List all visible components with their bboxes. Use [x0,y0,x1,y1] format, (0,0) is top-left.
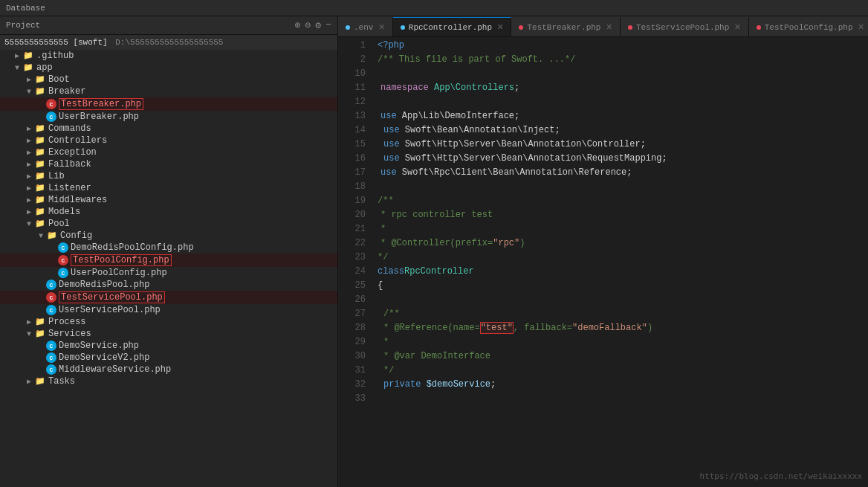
code-area[interactable]: <?php/** This file is part of Swoft. ...… [372,37,868,487]
tree-item-services[interactable]: ▼📁Services [0,328,337,340]
folder-icon-tasks: 📁 [34,376,46,387]
editor-area: .env×RpcController.php×TestBreaker.php×T… [338,16,868,487]
tool-settings[interactable]: ⚙ [315,19,321,31]
tree-item-demoredispoolconfig[interactable]: CDemoRedisPoolConfig.php [0,242,337,254]
code-line-11: namespace App\Controllers; [378,81,868,95]
folder-arrow-exception: ▶ [24,148,34,157]
tree-item-boot[interactable]: ▶📁Boot [0,74,337,86]
file-icon-demoservice: C [46,341,56,351]
tab-close-testpoolconfig[interactable]: × [858,22,864,33]
tree-item-userservicepool[interactable]: CUserServicePool.php [0,304,337,316]
tree-item-fallback[interactable]: ▶📁Fallback [0,158,337,170]
line-number-27: 27 [338,307,366,321]
tab-close-testservicepool[interactable]: × [734,22,740,33]
file-icon-testbreaker: C [46,99,56,109]
tree-item-middlewares[interactable]: ▶📁Middlewares [0,194,337,206]
tab-dot-testbreaker [519,25,523,30]
code-line-31: */ [378,364,868,378]
tree-item-lib[interactable]: ▶📁Lib [0,170,337,182]
tree-label-userbreaker: UserBreaker.php [59,112,139,122]
line-number-14: 14 [338,123,366,138]
scrollable-code[interactable]: 1210111213141516171819202122232425262728… [338,37,868,487]
tree-item-demoredispool[interactable]: CDemoRedisPool.php [0,279,337,291]
folder-icon-github: 📁 [22,51,34,61]
tree-label-services: Services [48,329,91,339]
tree-label-commands: Commands [48,123,91,134]
folder-arrow-models: ▶ [24,207,34,216]
code-line-10 [378,67,868,81]
line-number-20: 20 [338,208,366,222]
tree-item-controllers[interactable]: ▶📁Controllers [0,135,337,146]
folder-arrow-app: ▼ [12,64,22,72]
root-path: D:\5555555555555555555 [115,38,223,47]
sidebar: Project ⊕ ⊖ ⚙ − 5555555555555 [swoft] D:… [0,16,338,487]
file-icon-userservicepool: C [46,305,56,315]
editor-wrapper: 1210111213141516171819202122232425262728… [338,37,868,487]
tree-item-demoservicev2[interactable]: CDemoServiceV2.php [0,352,337,364]
tree-item-config[interactable]: ▼📁Config [0,230,337,242]
tab-testpoolconfig[interactable]: TestPoolConfig.php× [749,17,868,36]
tree-item-testservicepool[interactable]: CTestServicePool.php [0,291,337,304]
tree-item-github[interactable]: ▶📁.github [0,50,337,62]
line-number-22: 22 [338,236,366,251]
tab-close-rpccontroller[interactable]: × [497,22,503,33]
code-line-26 [378,293,868,307]
folder-icon-process: 📁 [34,317,46,327]
tree-label-listener: Listener [48,183,91,193]
tree-label-userservicepool: UserServicePool.php [59,305,161,315]
folder-icon-controllers: 📁 [34,135,46,146]
folder-arrow-breaker: ▼ [24,88,34,96]
folder-arrow-fallback: ▶ [24,160,34,169]
line-number-10: 10 [338,67,366,81]
tool-add[interactable]: ⊕ [295,19,301,31]
tool-minimize[interactable]: − [326,19,331,31]
tab-testbreaker[interactable]: TestBreaker.php× [511,17,620,36]
file-icon-testpoolconfig: C [58,255,68,265]
tree-item-exception[interactable]: ▶📁Exception [0,146,337,158]
tree-label-config: Config [60,230,92,241]
database-label: Database [6,4,45,13]
tree-label-models: Models [48,207,80,217]
tree-item-demoservice[interactable]: CDemoService.php [0,340,337,352]
code-line-30: * @var DemoInterface [378,349,868,364]
tree-item-models[interactable]: ▶📁Models [0,206,337,218]
tab-close-env[interactable]: × [378,22,384,33]
tab-dot-testpoolconfig [757,25,761,30]
folder-arrow-lib: ▶ [24,172,34,181]
tree-item-middlewareservice[interactable]: CMiddlewareService.php [0,364,337,375]
code-line-16: use Swoft\Http\Server\Bean\Annotation\Re… [378,152,868,166]
tree-item-process[interactable]: ▶📁Process [0,316,337,328]
line-number-23: 23 [338,251,366,265]
tree-item-app[interactable]: ▼📁app [0,62,337,74]
folder-arrow-middlewares: ▶ [24,196,34,204]
tree-item-pool[interactable]: ▼📁Pool [0,218,337,230]
folder-icon-services: 📁 [34,329,46,339]
folder-arrow-process: ▶ [24,317,34,326]
folder-icon-listener: 📁 [34,183,46,193]
tree-item-testbreaker[interactable]: CTestBreaker.php [0,97,337,111]
tree-label-tasks: Tasks [48,376,75,387]
tree-item-userbreaker[interactable]: CUserBreaker.php [0,111,337,123]
tool-split[interactable]: ⊖ [305,19,311,31]
file-icon-demoredispool: C [46,280,56,290]
tree-item-breaker[interactable]: ▼📁Breaker [0,86,337,97]
code-line-29: * [378,335,868,349]
tree-label-demoservice: DemoService.php [59,341,139,351]
folder-icon-breaker: 📁 [34,86,46,97]
tree-item-testpoolconfig[interactable]: CTestPoolConfig.php [0,254,337,267]
tab-testservicepool[interactable]: TestServicePool.php× [621,17,749,36]
tab-label-rpccontroller: RpcController.php [409,23,492,32]
file-icon-userbreaker: C [46,112,56,122]
code-line-24: class RpcController [378,265,868,279]
tree-item-listener[interactable]: ▶📁Listener [0,182,337,194]
code-line-17: use Swoft\Rpc\Client\Bean\Annotation\Ref… [378,166,868,180]
tree-label-github: .github [36,51,74,61]
tab-rpccontroller[interactable]: RpcController.php× [393,17,512,36]
tab-env[interactable]: .env× [338,17,393,36]
code-line-15: use Swoft\Http\Server\Bean\Annotation\Co… [378,138,868,152]
tree-label-lib: Lib [48,171,65,181]
tree-item-userpoolconfig[interactable]: CUserPoolConfig.php [0,267,337,279]
tree-item-tasks[interactable]: ▶📁Tasks [0,375,337,387]
tree-item-commands[interactable]: ▶📁Commands [0,123,337,135]
tab-close-testbreaker[interactable]: × [606,22,612,33]
